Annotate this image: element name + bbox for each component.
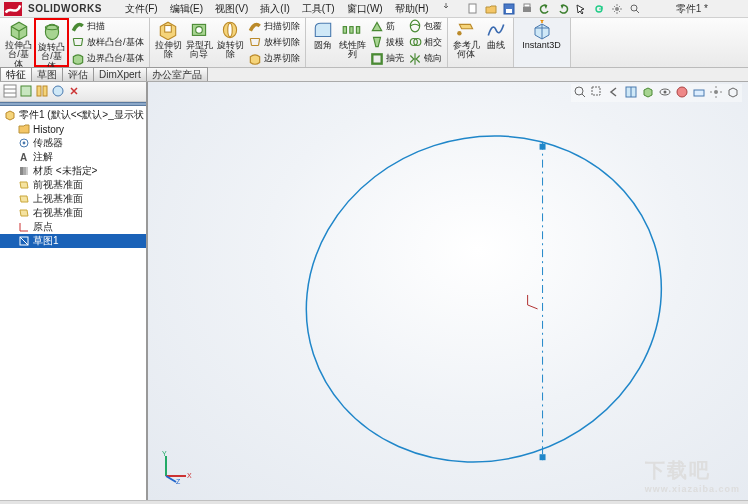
menu-file[interactable]: 文件(F) bbox=[120, 1, 163, 17]
tab-sketch[interactable]: 草图 bbox=[31, 67, 63, 81]
fm-tab-hide-icon[interactable] bbox=[67, 84, 81, 100]
curves-button[interactable]: 曲线 bbox=[482, 18, 510, 67]
svg-rect-18 bbox=[356, 27, 359, 34]
mirror-icon bbox=[408, 52, 422, 66]
loft-boss-button[interactable]: 放样凸台/基体 bbox=[71, 35, 144, 50]
tab-features[interactable]: 特征 bbox=[0, 67, 32, 81]
draft-icon bbox=[370, 35, 384, 49]
svg-rect-27 bbox=[21, 86, 31, 96]
title-bar: SOLIDWORKS 文件(F) 编辑(E) 视图(V) 插入(I) 工具(T)… bbox=[0, 0, 748, 18]
mirror-button[interactable]: 镜向 bbox=[408, 51, 442, 66]
tree-sketch1[interactable]: 草图1 bbox=[0, 234, 146, 248]
draft-button[interactable]: 拔模 bbox=[370, 35, 404, 50]
qat-save-icon[interactable] bbox=[502, 2, 516, 16]
intersect-button[interactable]: 相交 bbox=[408, 35, 442, 50]
svg-text:Z: Z bbox=[176, 478, 181, 484]
qat-select-icon[interactable] bbox=[574, 2, 588, 16]
svg-rect-11 bbox=[165, 26, 172, 33]
fillet-button[interactable]: 圆角 bbox=[309, 18, 337, 67]
instant3d-icon bbox=[531, 20, 553, 40]
svg-point-30 bbox=[53, 86, 63, 96]
tab-office[interactable]: 办公室产品 bbox=[146, 67, 208, 81]
menu-pin-icon[interactable] bbox=[436, 1, 456, 17]
tree-top-plane[interactable]: 上视基准面 bbox=[0, 192, 146, 206]
menu-view[interactable]: 视图(V) bbox=[210, 1, 253, 17]
svg-point-6 bbox=[615, 7, 619, 11]
fm-tab-display-icon[interactable] bbox=[51, 84, 65, 100]
qat-redo-icon[interactable] bbox=[556, 2, 570, 16]
fm-tab-config-icon[interactable] bbox=[35, 84, 49, 100]
svg-rect-28 bbox=[37, 86, 41, 96]
svg-rect-36 bbox=[26, 167, 28, 175]
ribbon: 拉伸凸 台/基 体 旋转凸 台/基 体 扫描 放样凸台/基体 边界凸台/基体 拉… bbox=[0, 18, 748, 68]
revolve-boss-button[interactable]: 旋转凸 台/基 体 bbox=[34, 18, 69, 67]
svg-rect-54 bbox=[540, 454, 546, 460]
feature-manager-panel: 零件1 (默认<<默认>_显示状 History 传感器 A注解 材质 <未指定… bbox=[0, 82, 148, 500]
history-icon bbox=[18, 123, 30, 135]
svg-rect-16 bbox=[343, 27, 346, 34]
watermark: 下载吧 www.xiazaiba.com bbox=[645, 457, 740, 494]
instant3d-button[interactable]: Instant3D bbox=[517, 18, 567, 67]
fm-tab-tree-icon[interactable] bbox=[3, 84, 17, 100]
cut-sweep-icon bbox=[248, 19, 262, 33]
qat-undo-icon[interactable] bbox=[538, 2, 552, 16]
shell-icon bbox=[370, 52, 384, 66]
svg-point-13 bbox=[196, 27, 203, 34]
tree-annotations[interactable]: A注解 bbox=[0, 150, 146, 164]
cut-extrude-icon bbox=[157, 20, 179, 40]
qat-options-icon[interactable] bbox=[610, 2, 624, 16]
tab-evaluate[interactable]: 评估 bbox=[62, 67, 94, 81]
tree-right-plane[interactable]: 右视基准面 bbox=[0, 206, 146, 220]
tree-root[interactable]: 零件1 (默认<<默认>_显示状 bbox=[0, 108, 146, 122]
refgeom-icon bbox=[455, 20, 477, 40]
cut-revolve-button[interactable]: 旋转切 除 bbox=[215, 18, 246, 67]
qat-open-icon[interactable] bbox=[484, 2, 498, 16]
tab-dimxpert[interactable]: DimXpert bbox=[93, 67, 147, 81]
wrap-button[interactable]: 包覆 bbox=[408, 19, 442, 34]
loft-icon bbox=[71, 35, 85, 49]
svg-rect-2 bbox=[506, 9, 512, 13]
tree-front-plane[interactable]: 前视基准面 bbox=[0, 178, 146, 192]
qat-print-icon[interactable] bbox=[520, 2, 534, 16]
rib-button[interactable]: 筋 bbox=[370, 19, 404, 34]
sweep-boss-button[interactable]: 扫描 bbox=[71, 19, 144, 34]
qat-new-icon[interactable] bbox=[466, 2, 480, 16]
svg-point-20 bbox=[410, 20, 419, 32]
reference-geometry-button[interactable]: 参考几 何体 bbox=[451, 18, 482, 67]
graphics-viewport[interactable]: Y X Z 下载吧 www.xiazaiba.com bbox=[148, 82, 748, 500]
svg-rect-34 bbox=[20, 167, 23, 175]
fillet-icon bbox=[312, 20, 334, 40]
feature-tree: 零件1 (默认<<默认>_显示状 History 传感器 A注解 材质 <未指定… bbox=[0, 106, 146, 500]
qat-search-icon[interactable] bbox=[628, 2, 642, 16]
revolve-icon bbox=[41, 22, 63, 42]
feature-manager-tabs bbox=[0, 82, 146, 102]
linear-pattern-button[interactable]: 线性阵 列 bbox=[337, 18, 368, 67]
plane-icon bbox=[18, 207, 30, 219]
cut-boundary-button[interactable]: 边界切除 bbox=[248, 51, 300, 66]
tree-history[interactable]: History bbox=[0, 122, 146, 136]
tree-sensors[interactable]: 传感器 bbox=[0, 136, 146, 150]
ribbon-group-boss: 拉伸凸 台/基 体 旋转凸 台/基 体 扫描 放样凸台/基体 边界凸台/基体 bbox=[0, 18, 150, 67]
qat-rebuild-icon[interactable] bbox=[592, 2, 606, 16]
menu-window[interactable]: 窗口(W) bbox=[342, 1, 388, 17]
menu-help[interactable]: 帮助(H) bbox=[390, 1, 434, 17]
cut-extrude-button[interactable]: 拉伸切 除 bbox=[153, 18, 184, 67]
menu-edit[interactable]: 编辑(E) bbox=[165, 1, 208, 17]
menu-tools[interactable]: 工具(T) bbox=[297, 1, 340, 17]
hole-wizard-button[interactable]: 异型孔 向导 bbox=[184, 18, 215, 67]
cut-loft-button[interactable]: 放样切除 bbox=[248, 35, 300, 50]
plane-icon bbox=[18, 179, 30, 191]
svg-rect-17 bbox=[350, 27, 353, 34]
cut-sweep-button[interactable]: 扫描切除 bbox=[248, 19, 300, 34]
extrude-boss-button[interactable]: 拉伸凸 台/基 体 bbox=[3, 18, 34, 67]
shell-button[interactable]: 抽壳 bbox=[370, 51, 404, 66]
boundary-boss-button[interactable]: 边界凸台/基体 bbox=[71, 51, 144, 66]
fm-tab-property-icon[interactable] bbox=[19, 84, 33, 100]
tree-origin[interactable]: 原点 bbox=[0, 220, 146, 234]
hole-wizard-icon bbox=[188, 20, 210, 40]
ribbon-group-instant3d: Instant3D bbox=[514, 18, 571, 67]
tree-material[interactable]: 材质 <未指定> bbox=[0, 164, 146, 178]
svg-rect-35 bbox=[23, 167, 26, 175]
svg-rect-53 bbox=[540, 144, 546, 150]
menu-insert[interactable]: 插入(I) bbox=[255, 1, 294, 17]
